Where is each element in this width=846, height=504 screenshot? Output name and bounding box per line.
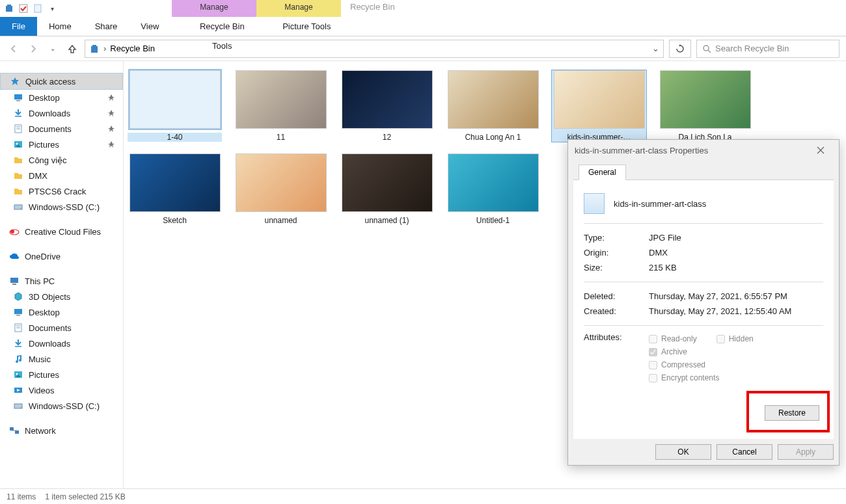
file-item-9[interactable]: Untitled-1 [446,153,540,225]
close-button[interactable] [809,141,832,159]
qat-dropdown-icon[interactable]: ▾ [47,3,57,14]
attr-encrypt[interactable]: Encrypt contents [649,373,823,382]
apply-button[interactable]: Apply [778,444,834,460]
forward-button[interactable] [26,42,40,56]
address-bar[interactable]: › Recycle Bin ⌄ [85,40,664,58]
attr-compressed[interactable]: Compressed [649,360,823,369]
window-title: Recycle Bin [341,0,404,17]
pin-icon [107,94,116,101]
star-icon [10,76,20,86]
file-item-0[interactable]: 1-40 [128,70,222,142]
svg-point-16 [16,143,18,145]
restore-highlight: Restore [746,391,830,432]
sidebar-item-label: Windows-SSD (C:) [29,401,100,411]
tab-file[interactable]: File [0,17,37,36]
pin-icon [107,125,116,133]
svg-rect-1 [7,5,11,6]
dialog-title-bar[interactable]: kids-in-summer-art-class Properties [568,140,839,161]
onedrive-header[interactable]: OneDrive [0,248,123,264]
recent-dropdown[interactable]: ⌄ [46,42,60,56]
tab-picture-tools[interactable]: Picture Tools [264,17,349,36]
sidebar-item-pc-4[interactable]: Music [0,351,123,367]
breadcrumb-chevron-icon[interactable]: › [103,44,106,53]
svg-rect-22 [12,284,16,285]
ok-button[interactable]: OK [655,444,711,460]
creative-cloud-label: Creative Cloud Files [25,227,101,237]
sidebar-item-pc-2[interactable]: Documents [0,320,123,336]
downloads-icon [13,338,23,349]
file-item-3[interactable]: Chua Long An 1 [446,70,540,142]
tab-view[interactable]: View [129,17,171,36]
file-item-7[interactable]: unnamed [234,153,328,225]
svg-rect-3 [34,5,41,12]
file-item-5[interactable]: Da Lich Son La [658,70,752,142]
sidebar-item-qa-7[interactable]: Windows-SSD (C:) [0,199,123,215]
file-item-6[interactable]: Sketch [128,153,222,225]
properties-check-icon[interactable] [18,3,29,14]
restore-button[interactable]: Restore [765,405,819,421]
folder-icon [13,170,23,181]
file-label: unnamed (1) [340,216,434,225]
back-button[interactable] [7,42,21,56]
this-pc-header[interactable]: This PC [0,273,123,289]
file-item-4[interactable]: kids-in-summer-… [552,70,646,142]
file-item-8[interactable]: unnamed (1) [340,153,434,225]
deleted-value: Thursday, May 27, 2021, 6:55:57 PM [649,291,823,301]
tab-share[interactable]: Share [83,17,130,36]
sidebar-item-qa-5[interactable]: DMX [0,168,123,183]
sidebar-item-pc-6[interactable]: Videos [0,382,123,398]
sidebar-item-pc-5[interactable]: Pictures [0,367,123,382]
music-icon [13,354,23,364]
thumbnail [554,70,645,129]
thumbnail [342,70,433,129]
downloads-icon [13,108,23,118]
thumbnail [660,70,751,129]
sidebar-item-label: Pictures [29,370,59,380]
thumbnail [236,70,327,129]
tab-general[interactable]: General [579,165,626,180]
svg-rect-5 [92,45,96,46]
file-label: Chua Long An 1 [446,133,540,142]
sidebar-item-qa-4[interactable]: Công việc [0,152,123,168]
refresh-button[interactable] [669,40,691,58]
sidebar-item-qa-1[interactable]: Downloads [0,105,123,121]
attr-readonly[interactable]: Read-only [649,334,697,343]
address-dropdown-icon[interactable]: ⌄ [652,44,659,53]
sidebar-item-qa-2[interactable]: Documents [0,121,123,137]
search-placeholder: Search Recycle Bin [715,44,789,53]
sidebar-item-pc-0[interactable]: 3D Objects [0,289,123,304]
cancel-button[interactable]: Cancel [716,444,772,460]
svg-rect-10 [16,100,20,101]
this-pc-icon [9,276,20,286]
navigation-bar: ⌄ › Recycle Bin ⌄ Search Recycle Bin [0,36,846,61]
sidebar-item-qa-6[interactable]: PTSCS6 Crack [0,183,123,199]
sidebar-item-label: 3D Objects [29,292,70,302]
attr-archive[interactable]: Archive [649,347,823,356]
file-item-1[interactable]: 11 [234,70,328,142]
file-item-2[interactable]: 12 [340,70,434,142]
svg-rect-28 [15,346,21,347]
up-button[interactable] [65,42,79,56]
created-value: Thursday, May 27, 2021, 12:55:40 AM [649,306,823,316]
sidebar-item-pc-1[interactable]: Desktop [0,304,123,320]
sidebar-item-pc-7[interactable]: Windows-SSD (C:) [0,398,123,414]
breadcrumb-location[interactable]: Recycle Bin [110,44,155,53]
network-header[interactable]: Network [0,423,123,438]
attr-hidden[interactable]: Hidden [716,334,754,343]
sidebar-item-qa-3[interactable]: Pictures [0,137,123,152]
tab-home[interactable]: Home [37,17,83,36]
sidebar-item-qa-0[interactable]: Desktop [0,90,123,105]
svg-point-34 [20,407,21,408]
search-box[interactable]: Search Recycle Bin [696,40,839,58]
tab-recyclebin-tools[interactable]: Recycle Bin Tools [180,17,264,36]
svg-rect-2 [20,5,27,12]
file-label: 12 [340,133,434,142]
drive-icon [13,202,23,212]
blank-doc-icon[interactable] [33,3,43,14]
creative-cloud-header[interactable]: Creative Cloud Files [0,224,123,239]
sidebar-item-pc-3[interactable]: Downloads [0,336,123,351]
quick-access-header[interactable]: Quick access [0,73,123,90]
created-label: Created: [584,306,649,316]
deleted-label: Deleted: [584,291,649,301]
recycle-bin-small-icon [89,44,100,54]
